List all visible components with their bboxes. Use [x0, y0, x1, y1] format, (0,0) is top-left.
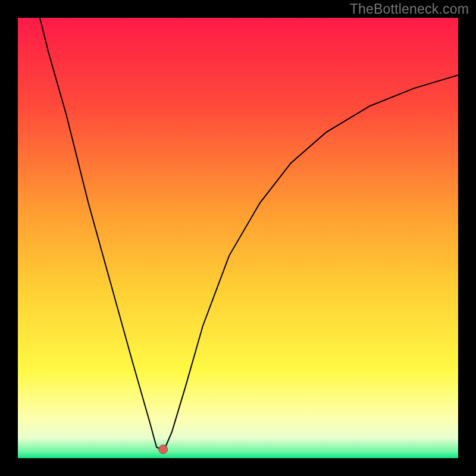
chart-svg [18, 18, 458, 458]
gradient-background [18, 18, 458, 458]
optimum-point-marker [159, 445, 168, 454]
chart-frame: TheBottleneck.com [0, 0, 476, 476]
watermark-text: TheBottleneck.com [350, 1, 469, 17]
plot-area [18, 18, 458, 458]
